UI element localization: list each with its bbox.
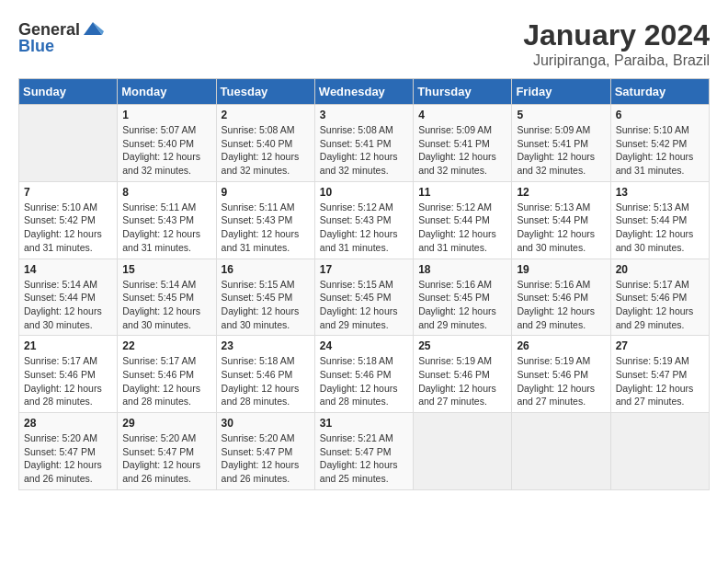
day-number: 24	[320, 339, 408, 352]
day-number: 30	[222, 417, 310, 430]
day-info: Sunrise: 5:12 AMSunset: 5:43 PMDaylight:…	[320, 201, 408, 255]
calendar-cell: 6Sunrise: 5:10 AMSunset: 5:42 PMDaylight…	[610, 105, 709, 182]
day-number: 9	[222, 186, 310, 199]
calendar-cell: 23Sunrise: 5:18 AMSunset: 5:46 PMDayligh…	[216, 336, 314, 413]
main-title: January 2024	[523, 18, 710, 52]
header-wednesday: Wednesday	[314, 79, 413, 105]
day-info: Sunrise: 5:21 AMSunset: 5:47 PMDaylight:…	[320, 431, 408, 486]
calendar-cell	[19, 105, 118, 182]
day-info: Sunrise: 5:18 AMSunset: 5:46 PMDaylight:…	[320, 354, 408, 408]
calendar-cell	[610, 413, 709, 490]
calendar-cell: 21Sunrise: 5:17 AMSunset: 5:46 PMDayligh…	[19, 336, 118, 413]
day-info: Sunrise: 5:13 AMSunset: 5:44 PMDaylight:…	[616, 201, 704, 255]
day-number: 4	[418, 109, 506, 121]
calendar-cell: 5Sunrise: 5:09 AMSunset: 5:41 PMDaylight…	[512, 105, 610, 182]
calendar-cell: 9Sunrise: 5:11 AMSunset: 5:43 PMDaylight…	[216, 181, 314, 259]
calendar-cell: 10Sunrise: 5:12 AMSunset: 5:43 PMDayligh…	[314, 181, 413, 259]
calendar-week-row: 1Sunrise: 5:07 AMSunset: 5:40 PMDaylight…	[19, 105, 710, 182]
day-info: Sunrise: 5:17 AMSunset: 5:46 PMDaylight:…	[122, 354, 210, 408]
header-thursday: Thursday	[414, 79, 512, 105]
day-info: Sunrise: 5:11 AMSunset: 5:43 PMDaylight:…	[222, 201, 310, 255]
calendar-cell: 22Sunrise: 5:17 AMSunset: 5:46 PMDayligh…	[118, 336, 216, 413]
calendar-cell: 8Sunrise: 5:11 AMSunset: 5:43 PMDaylight…	[118, 181, 216, 259]
day-number: 1	[122, 109, 210, 121]
day-number: 7	[24, 186, 112, 199]
day-number: 20	[616, 263, 704, 276]
day-info: Sunrise: 5:19 AMSunset: 5:46 PMDaylight:…	[418, 354, 506, 408]
day-info: Sunrise: 5:07 AMSunset: 5:40 PMDaylight:…	[122, 123, 210, 178]
calendar-cell: 15Sunrise: 5:14 AMSunset: 5:45 PMDayligh…	[118, 259, 216, 336]
day-number: 3	[320, 109, 408, 121]
day-info: Sunrise: 5:13 AMSunset: 5:44 PMDaylight:…	[517, 201, 605, 255]
day-number: 25	[418, 339, 506, 352]
calendar-cell: 12Sunrise: 5:13 AMSunset: 5:44 PMDayligh…	[512, 181, 610, 259]
header-sunday: Sunday	[19, 79, 118, 105]
day-info: Sunrise: 5:10 AMSunset: 5:42 PMDaylight:…	[616, 123, 704, 178]
day-number: 13	[616, 186, 704, 199]
calendar-cell: 4Sunrise: 5:09 AMSunset: 5:41 PMDaylight…	[414, 105, 512, 182]
day-number: 22	[122, 339, 210, 352]
calendar-cell: 3Sunrise: 5:08 AMSunset: 5:41 PMDaylight…	[314, 105, 413, 182]
header-monday: Monday	[118, 79, 216, 105]
day-info: Sunrise: 5:16 AMSunset: 5:45 PMDaylight:…	[418, 278, 506, 332]
calendar-cell: 31Sunrise: 5:21 AMSunset: 5:47 PMDayligh…	[314, 413, 413, 490]
day-number: 27	[616, 339, 704, 352]
day-info: Sunrise: 5:11 AMSunset: 5:43 PMDaylight:…	[122, 201, 210, 255]
calendar-cell: 25Sunrise: 5:19 AMSunset: 5:46 PMDayligh…	[414, 336, 512, 413]
calendar-header-row: SundayMondayTuesdayWednesdayThursdayFrid…	[19, 79, 710, 105]
day-number: 8	[122, 186, 210, 199]
day-number: 11	[418, 186, 506, 199]
logo: General Blue	[18, 18, 106, 56]
day-info: Sunrise: 5:17 AMSunset: 5:46 PMDaylight:…	[24, 354, 112, 408]
day-info: Sunrise: 5:20 AMSunset: 5:47 PMDaylight:…	[24, 431, 112, 486]
calendar-cell	[414, 413, 512, 490]
day-info: Sunrise: 5:18 AMSunset: 5:46 PMDaylight:…	[222, 354, 310, 408]
logo-icon	[82, 18, 104, 40]
calendar-cell: 20Sunrise: 5:17 AMSunset: 5:46 PMDayligh…	[610, 259, 709, 336]
day-info: Sunrise: 5:09 AMSunset: 5:41 PMDaylight:…	[517, 123, 605, 178]
calendar-cell: 28Sunrise: 5:20 AMSunset: 5:47 PMDayligh…	[19, 413, 118, 490]
calendar-cell: 16Sunrise: 5:15 AMSunset: 5:45 PMDayligh…	[216, 259, 314, 336]
day-number: 16	[222, 263, 310, 276]
calendar-cell: 17Sunrise: 5:15 AMSunset: 5:45 PMDayligh…	[314, 259, 413, 336]
day-number: 18	[418, 263, 506, 276]
calendar-cell: 30Sunrise: 5:20 AMSunset: 5:47 PMDayligh…	[216, 413, 314, 490]
day-info: Sunrise: 5:14 AMSunset: 5:45 PMDaylight:…	[122, 278, 210, 332]
day-info: Sunrise: 5:10 AMSunset: 5:42 PMDaylight:…	[24, 201, 112, 255]
calendar-week-row: 28Sunrise: 5:20 AMSunset: 5:47 PMDayligh…	[19, 413, 710, 490]
calendar-week-row: 21Sunrise: 5:17 AMSunset: 5:46 PMDayligh…	[19, 336, 710, 413]
calendar-cell	[512, 413, 610, 490]
calendar-cell: 1Sunrise: 5:07 AMSunset: 5:40 PMDaylight…	[118, 105, 216, 182]
title-area: January 2024 Juripiranga, Paraiba, Brazi…	[523, 18, 710, 69]
header-tuesday: Tuesday	[216, 79, 314, 105]
day-number: 28	[24, 417, 112, 430]
day-info: Sunrise: 5:20 AMSunset: 5:47 PMDaylight:…	[122, 431, 210, 486]
day-info: Sunrise: 5:15 AMSunset: 5:45 PMDaylight:…	[320, 278, 408, 332]
logo-blue: Blue	[18, 37, 54, 56]
calendar-cell: 26Sunrise: 5:19 AMSunset: 5:46 PMDayligh…	[512, 336, 610, 413]
calendar-cell: 29Sunrise: 5:20 AMSunset: 5:47 PMDayligh…	[118, 413, 216, 490]
day-info: Sunrise: 5:16 AMSunset: 5:46 PMDaylight:…	[517, 278, 605, 332]
day-number: 31	[320, 417, 408, 430]
calendar-cell: 13Sunrise: 5:13 AMSunset: 5:44 PMDayligh…	[610, 181, 709, 259]
day-number: 15	[122, 263, 210, 276]
day-number: 21	[24, 339, 112, 352]
day-number: 29	[122, 417, 210, 430]
calendar-cell: 14Sunrise: 5:14 AMSunset: 5:44 PMDayligh…	[19, 259, 118, 336]
day-info: Sunrise: 5:08 AMSunset: 5:40 PMDaylight:…	[222, 123, 310, 178]
header-friday: Friday	[512, 79, 610, 105]
calendar-cell: 27Sunrise: 5:19 AMSunset: 5:47 PMDayligh…	[610, 336, 709, 413]
day-info: Sunrise: 5:19 AMSunset: 5:46 PMDaylight:…	[517, 354, 605, 408]
day-info: Sunrise: 5:08 AMSunset: 5:41 PMDaylight:…	[320, 123, 408, 178]
day-info: Sunrise: 5:12 AMSunset: 5:44 PMDaylight:…	[418, 201, 506, 255]
day-number: 2	[222, 109, 310, 121]
subtitle: Juripiranga, Paraiba, Brazil	[523, 52, 710, 69]
day-info: Sunrise: 5:09 AMSunset: 5:41 PMDaylight:…	[418, 123, 506, 178]
day-number: 14	[24, 263, 112, 276]
day-info: Sunrise: 5:17 AMSunset: 5:46 PMDaylight:…	[616, 278, 704, 332]
header: General Blue January 2024 Juripiranga, P…	[18, 18, 710, 69]
day-info: Sunrise: 5:19 AMSunset: 5:47 PMDaylight:…	[616, 354, 704, 408]
day-number: 19	[517, 263, 605, 276]
calendar-cell: 7Sunrise: 5:10 AMSunset: 5:42 PMDaylight…	[19, 181, 118, 259]
calendar-cell: 24Sunrise: 5:18 AMSunset: 5:46 PMDayligh…	[314, 336, 413, 413]
